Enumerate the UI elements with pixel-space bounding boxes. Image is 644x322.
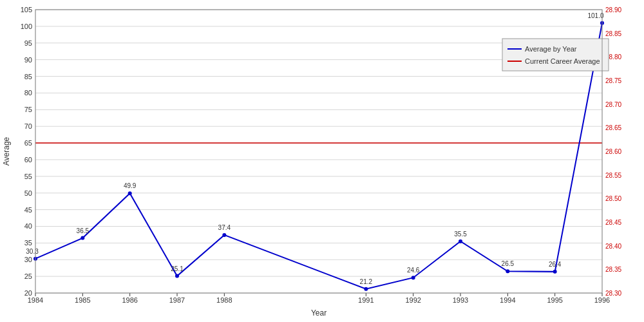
right-axis-tick: 28.65: [605, 124, 621, 131]
left-axis-tick: 55: [24, 173, 32, 180]
left-axis-tick: 40: [24, 222, 32, 230]
data-label: 26.5: [502, 260, 515, 267]
right-axis-tick: 28.75: [605, 77, 621, 84]
data-label: 21.2: [360, 278, 373, 285]
x-axis-tick: 1991: [358, 296, 374, 304]
chart-svg: 20253035404550556065707580859095100105Av…: [0, 0, 644, 322]
data-point: [459, 240, 462, 243]
right-axis-tick: 28.60: [605, 148, 621, 155]
left-axis-tick: 100: [21, 23, 32, 30]
data-label: 26.4: [549, 261, 562, 268]
left-axis-tick: 75: [24, 106, 32, 113]
left-axis-tick: 35: [24, 239, 32, 247]
left-axis-tick: 95: [24, 39, 32, 47]
data-point: [222, 233, 226, 237]
data-label: 25.1: [171, 265, 184, 272]
left-axis-tick: 65: [24, 139, 32, 147]
left-axis-tick: 70: [24, 122, 32, 130]
right-axis-tick: 28.70: [605, 101, 621, 108]
right-axis-tick: 28.55: [605, 172, 621, 179]
data-label: 101.0: [587, 12, 603, 19]
right-axis-tick: 28.40: [605, 243, 621, 250]
left-axis-tick: 85: [24, 73, 32, 80]
left-axis-tick: 90: [24, 56, 32, 64]
data-label: 30.3: [26, 248, 39, 255]
legend-label-avg-year: Average by Year: [525, 45, 577, 53]
x-axis-tick: 1992: [405, 296, 421, 304]
x-axis-tick: 1984: [28, 296, 43, 304]
svg-rect-32: [502, 39, 609, 71]
right-axis-tick: 28.90: [605, 6, 621, 14]
data-point: [128, 191, 132, 195]
data-point: [80, 236, 84, 240]
left-axis-tick: 105: [21, 6, 32, 14]
data-label: 35.5: [454, 231, 467, 238]
right-axis-tick: 28.45: [605, 219, 621, 226]
x-axis-tick: 1986: [122, 296, 137, 304]
left-axis-tick: 25: [24, 272, 32, 280]
left-axis-tick: 80: [24, 89, 32, 97]
left-axis-tick: 45: [24, 206, 32, 214]
data-point: [364, 287, 368, 291]
x-axis-tick: 1996: [594, 296, 610, 304]
x-axis-tick: 1985: [75, 296, 90, 304]
x-axis-tick: 1988: [216, 296, 232, 304]
x-axis-tick: 1987: [169, 296, 185, 304]
data-label: 36.5: [77, 227, 90, 234]
x-axis-tick: 1995: [547, 296, 562, 304]
right-axis-tick: 28.85: [605, 30, 621, 37]
x-axis-label: Year: [311, 308, 327, 317]
data-point: [506, 269, 509, 273]
x-axis-tick: 1993: [453, 296, 468, 304]
data-point: [175, 274, 179, 278]
data-label: 37.4: [218, 224, 231, 231]
left-axis-tick: 60: [24, 156, 32, 164]
legend-label-career-avg: Current Career Average: [525, 57, 600, 65]
data-point: [412, 276, 415, 279]
left-axis-label: Average: [2, 137, 11, 166]
left-axis-tick: 50: [24, 189, 32, 197]
chart-container: 20253035404550556065707580859095100105Av…: [0, 0, 644, 322]
left-axis-tick: 30: [24, 256, 32, 263]
data-label: 24.6: [407, 267, 420, 274]
right-axis-tick: 28.50: [605, 195, 621, 202]
right-axis-tick: 28.35: [605, 266, 621, 273]
x-axis-tick: 1994: [500, 296, 515, 304]
data-point: [553, 270, 557, 274]
data-label: 49.9: [124, 182, 137, 189]
